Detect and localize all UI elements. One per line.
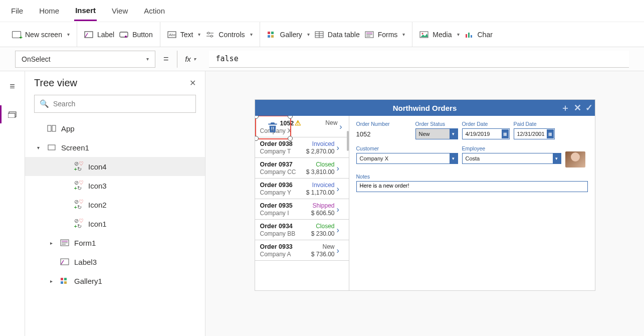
text-icon: Abc [167, 31, 176, 38]
equals-sign: = [160, 54, 172, 64]
close-icon[interactable]: ✕ [189, 78, 196, 88]
menu-file[interactable]: File [10, 2, 24, 20]
order-company: Company I [260, 210, 299, 217]
tree-node-icon2[interactable]: ⊘♡+↻Icon2 [25, 195, 205, 214]
trash-icon[interactable] [265, 120, 280, 135]
customer-dropdown[interactable]: Company X ▾ [356, 153, 458, 164]
chevron-right-icon: › [337, 143, 345, 152]
order-row[interactable]: Order 0934Closed›Company BB$ 230.00 [255, 220, 349, 240]
svg-rect-25 [471, 35, 472, 38]
formula-input[interactable] [209, 51, 629, 68]
order-row[interactable]: Order 0933New›Company A$ 736.00 [255, 240, 349, 261]
insert-button-text: Button [132, 31, 152, 39]
cancel-icon[interactable]: ✕ [574, 102, 581, 113]
ribbon: New screen ▾ Label Button Abc Text ▾ [0, 22, 644, 47]
insert-controls-button[interactable]: Controls ▾ [205, 31, 252, 39]
calendar-icon: ▦ [547, 129, 554, 138]
order-amount: $ 3,810.00 [301, 169, 335, 176]
insert-media-button[interactable]: Media ▾ [419, 31, 459, 39]
tree-node-icon1[interactable]: ⊘♡+↻Icon1 [25, 214, 205, 233]
app-title-actions: ＋ ✕ ✓ [561, 100, 593, 116]
menu-insert[interactable]: Insert [74, 1, 97, 21]
svg-rect-12 [271, 35, 274, 38]
chevron-down-icon: ▾ [250, 32, 253, 37]
paid-date-input[interactable]: 12/31/2001 ▦ [514, 128, 555, 139]
order-row[interactable]: Order 0937Closed›Company CC$ 3,810.00 [255, 158, 349, 179]
menu-home[interactable]: Home [38, 2, 60, 20]
tree-node-label: Icon4 [88, 162, 107, 171]
chevron-down-icon: ▾ [402, 32, 405, 37]
tree-node-gallery1[interactable]: ▸Gallery1 [25, 271, 205, 290]
add-icon[interactable]: ＋ [561, 102, 570, 114]
order-row[interactable]: 1052⚠New›Company X [255, 116, 349, 137]
order-number: Order 0934 [260, 223, 299, 230]
tree-search-input[interactable] [53, 100, 190, 108]
tree-node-screen1[interactable]: ▾Screen1 [25, 138, 205, 157]
expand-toggle-icon[interactable]: ▾ [37, 145, 42, 150]
customer-label: Customer [356, 145, 458, 151]
tree-node-label: Icon1 [88, 220, 107, 228]
tree-search[interactable]: 🔍 [34, 95, 196, 113]
chevron-right-icon: › [337, 246, 345, 255]
order-number: Order 0936 [260, 182, 299, 189]
insert-button-button[interactable]: Button [119, 31, 152, 39]
expand-toggle-icon[interactable]: ▸ [50, 278, 55, 284]
rail-hamburger[interactable]: ≡ [0, 77, 25, 95]
order-company: Company A [260, 251, 299, 258]
label-icon [84, 31, 93, 38]
svg-rect-37 [64, 278, 67, 280]
insert-charts-button[interactable]: Char [465, 31, 493, 39]
order-gallery[interactable]: 1052⚠New›Company XOrder 0938Invoiced›Com… [255, 116, 349, 290]
insert-label-button[interactable]: Label [84, 31, 114, 39]
icon-group-icon: ⊘♡+↻ [73, 162, 84, 171]
tree-node-icon4[interactable]: ⊘♡+↻Icon4 [25, 157, 205, 176]
expand-toggle-icon[interactable]: ▸ [50, 240, 55, 246]
order-row[interactable]: Order 0936Invoiced›Company Y$ 1,170.00 [255, 179, 349, 199]
new-screen-button[interactable]: New screen ▾ [12, 31, 70, 39]
order-number-value: 1052 [356, 128, 411, 139]
icon-group-icon: ⊘♡+↻ [73, 200, 84, 209]
notes-input[interactable] [356, 181, 588, 192]
order-number: Order 0938 [260, 140, 299, 147]
svg-rect-9 [268, 32, 270, 34]
svg-rect-36 [61, 278, 63, 280]
order-amount: $ 736.00 [301, 251, 335, 258]
menu-action[interactable]: Action [143, 2, 166, 20]
order-status-dropdown[interactable]: New ▾ [415, 128, 458, 139]
chevron-right-icon: › [337, 205, 345, 214]
tree-node-label: Icon2 [88, 201, 107, 209]
order-status: Shipped [301, 202, 335, 209]
formula-bar: OnSelect ▾ = fx ▾ [0, 47, 644, 71]
insert-text-button[interactable]: Abc Text ▾ [167, 31, 201, 39]
order-date-input[interactable]: 4/19/2019 ▦ [462, 128, 510, 139]
tree-node-app[interactable]: App [25, 119, 205, 138]
chevron-down-icon: ▾ [198, 32, 200, 37]
scrollbar-thumb[interactable] [347, 131, 349, 151]
employee-dropdown[interactable]: Costa ▾ [462, 153, 561, 164]
insert-gallery-button[interactable]: Gallery ▾ [267, 31, 310, 39]
svg-rect-24 [468, 33, 470, 38]
order-detail-form: Order Number 1052 Order Status New ▾ Ord… [349, 116, 595, 290]
tree-node-form1[interactable]: ▸Form1 [25, 233, 205, 252]
order-company: Company CC [260, 169, 299, 176]
paid-date-label: Paid Date [514, 121, 588, 127]
menu-view[interactable]: View [111, 2, 129, 20]
tree-node-icon3[interactable]: ⊘♡+↻Icon3 [25, 176, 205, 195]
insert-datatable-label: Data table [328, 31, 360, 39]
order-row[interactable]: Order 0938Invoiced›Company T$ 2,870.00 [255, 137, 349, 158]
svg-rect-23 [466, 34, 467, 38]
tree-node-label3[interactable]: Label3 [25, 252, 205, 271]
fx-button[interactable]: fx ▾ [177, 51, 204, 68]
check-icon[interactable]: ✓ [585, 102, 593, 113]
insert-datatable-button[interactable]: Data table [315, 31, 360, 39]
form-icon [59, 238, 70, 247]
tree-node-label: Form1 [74, 239, 96, 247]
property-selector[interactable]: OnSelect ▾ [15, 51, 155, 68]
insert-forms-button[interactable]: Forms ▾ [365, 31, 405, 39]
svg-rect-11 [268, 35, 270, 38]
order-status: Invoiced [301, 140, 335, 147]
employee-avatar [565, 145, 588, 167]
screen-icon [46, 143, 57, 152]
order-row[interactable]: Order 0935Shipped›Company I$ 606.50 [255, 199, 349, 220]
rail-tree-view[interactable] [0, 105, 25, 123]
